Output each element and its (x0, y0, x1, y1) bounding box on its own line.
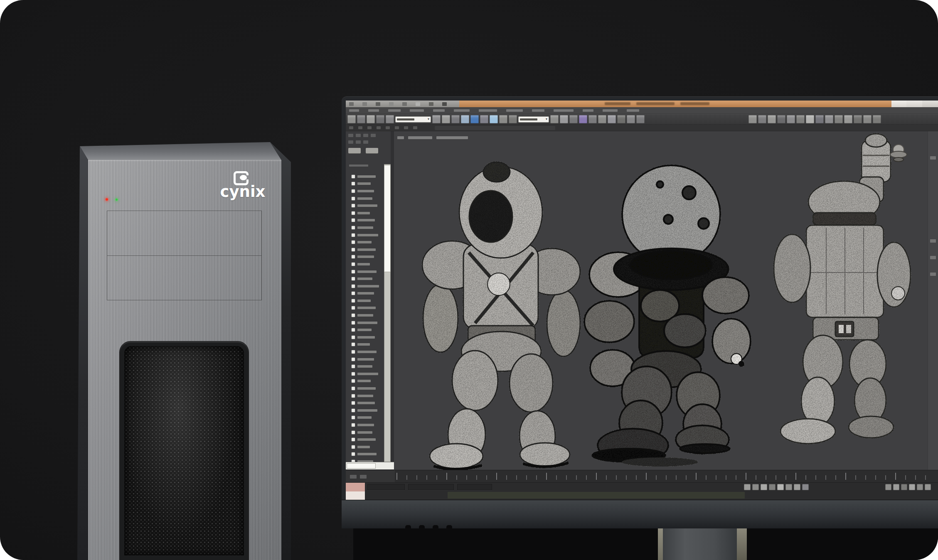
snap-tool-icon[interactable] (490, 115, 498, 123)
animation-control-icon[interactable] (794, 484, 800, 490)
toolbar-icon[interactable] (627, 115, 635, 123)
toolbar-icon[interactable] (796, 115, 805, 123)
scene-object-row[interactable] (346, 421, 384, 429)
toolbar-icon[interactable] (376, 115, 384, 123)
toolbar-icon[interactable] (550, 115, 559, 123)
toolbar-icon[interactable] (480, 115, 488, 123)
toolbar-icon[interactable] (758, 115, 766, 123)
menu-item[interactable] (603, 109, 618, 112)
toolbar-icon[interactable] (748, 115, 757, 123)
scene-object-row[interactable] (346, 341, 384, 349)
scene-object-row[interactable] (346, 297, 384, 305)
scene-object-row[interactable] (346, 356, 384, 363)
scene-object-row[interactable] (346, 209, 384, 217)
scene-object-row[interactable] (346, 363, 384, 370)
menu-item[interactable] (454, 109, 470, 112)
scene-object-row[interactable] (346, 334, 384, 341)
scene-object-row[interactable] (346, 224, 384, 231)
animation-control-icon[interactable] (777, 484, 784, 490)
scene-object-row[interactable] (346, 173, 384, 180)
toolbar-icon[interactable] (873, 115, 881, 123)
menu-item[interactable] (583, 109, 593, 112)
quick-access-icon[interactable] (349, 102, 354, 106)
scene-object-row[interactable] (346, 187, 384, 195)
viewport-nav-icon[interactable] (885, 484, 891, 490)
menu-item[interactable] (349, 109, 359, 112)
viewport-navigation-gizmo[interactable] (889, 140, 908, 165)
track-bar-ticks[interactable] (396, 470, 938, 483)
toolbar-icon[interactable] (617, 115, 625, 123)
secondary-toolbar-icon[interactable] (377, 126, 381, 129)
toolbar-icon[interactable] (569, 115, 578, 123)
animation-control-icon[interactable] (744, 484, 751, 490)
viewport-nav-icon[interactable] (901, 484, 907, 490)
maxscript-mini-listener-output[interactable] (346, 491, 365, 500)
scene-object-row[interactable] (346, 290, 384, 297)
scene-object-row[interactable] (346, 319, 384, 327)
toolbar-icon[interactable] (598, 115, 606, 123)
explorer-button[interactable] (348, 148, 361, 153)
scene-object-row[interactable] (346, 378, 384, 385)
scene-object-row[interactable] (346, 443, 384, 451)
toolbar-icon[interactable] (608, 115, 616, 123)
secondary-toolbar-icon[interactable] (349, 126, 353, 129)
toolbar-icon[interactable] (461, 115, 469, 123)
toolbar-icon[interactable] (442, 115, 450, 123)
toolbar-icon[interactable] (560, 115, 568, 123)
quick-access-icon[interactable] (442, 102, 447, 106)
quick-access-icon[interactable] (389, 102, 394, 106)
viewport-canvas[interactable] (394, 131, 938, 470)
toolbar-icon[interactable] (777, 115, 785, 123)
menu-item[interactable] (410, 109, 424, 112)
scene-object-row[interactable] (346, 180, 384, 188)
viewport-nav-icon[interactable] (925, 484, 931, 490)
toolbar-icon[interactable] (509, 115, 517, 123)
timeline-track-bar[interactable] (346, 470, 938, 482)
maxscript-mini-listener[interactable] (346, 483, 365, 491)
toolbar-icon[interactable] (347, 115, 356, 123)
viewport-nav-icon[interactable] (893, 484, 899, 490)
scene-object-row[interactable] (346, 217, 384, 224)
toolbar-icon[interactable] (787, 115, 795, 123)
menu-item[interactable] (554, 109, 574, 112)
scene-object-row[interactable] (346, 231, 384, 239)
secondary-toolbar-icon[interactable] (386, 126, 390, 129)
scene-object-row[interactable] (346, 348, 384, 356)
viewport-nav-icon[interactable] (909, 484, 915, 490)
window-controls[interactable] (891, 101, 938, 107)
scene-object-row[interactable] (346, 451, 384, 458)
scrollbar-thumb[interactable] (347, 463, 376, 469)
menu-item[interactable] (627, 109, 639, 112)
toolbar-icon[interactable] (854, 115, 862, 123)
quick-access-icon[interactable] (376, 102, 380, 106)
toolbar-icon[interactable] (815, 115, 824, 123)
toolbar-icon[interactable] (588, 115, 597, 123)
quick-access-icon[interactable] (362, 102, 367, 106)
scene-object-row[interactable] (346, 414, 384, 422)
toolbar-icon[interactable] (806, 115, 814, 123)
toolbar-icon[interactable] (432, 115, 441, 123)
toolbar-icon[interactable] (863, 115, 872, 123)
menu-item[interactable] (532, 109, 544, 112)
scene-object-row[interactable] (346, 268, 384, 275)
scene-object-row[interactable] (346, 392, 384, 400)
model-astronaut[interactable] (422, 162, 580, 469)
menu-item[interactable] (479, 109, 497, 112)
scene-object-row[interactable] (346, 429, 384, 436)
viewport-nav-icon[interactable] (917, 484, 923, 490)
scene-object-row[interactable] (346, 195, 384, 202)
toolbar-icon[interactable] (499, 115, 507, 123)
scene-object-row[interactable] (346, 436, 384, 443)
animation-control-icon[interactable] (769, 484, 776, 490)
toolbar-icon[interactable] (636, 115, 645, 123)
menu-item[interactable] (433, 109, 445, 112)
model-dark-mech[interactable] (584, 165, 751, 467)
quick-access-icon[interactable] (429, 102, 433, 106)
selection-filter-dropdown[interactable]: ▾ (395, 116, 431, 123)
scene-object-row[interactable] (346, 312, 384, 319)
active-tool-icon[interactable] (470, 115, 479, 123)
animation-control-icon[interactable] (761, 484, 767, 490)
menu-item[interactable] (368, 109, 379, 112)
scene-object-row[interactable] (346, 253, 384, 261)
secondary-toolbar-icon[interactable] (367, 126, 372, 129)
